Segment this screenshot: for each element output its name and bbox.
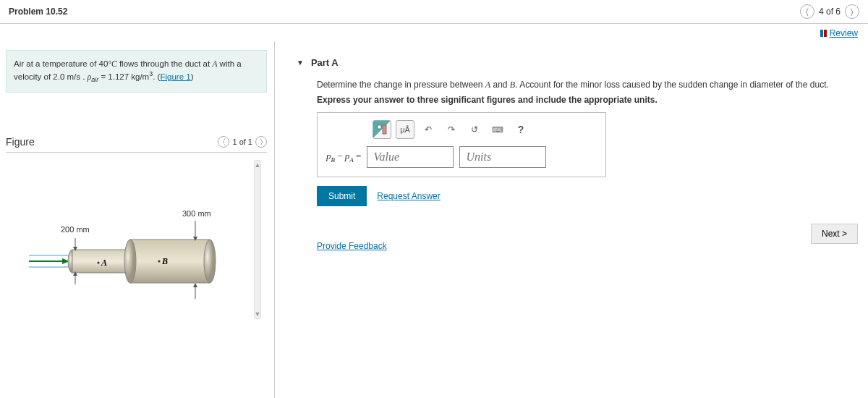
svg-rect-21 bbox=[383, 125, 386, 134]
next-problem-button[interactable]: 〉 bbox=[845, 4, 859, 19]
review-label: Review bbox=[830, 28, 858, 38]
problem-nav: 〈 4 of 6 〉 bbox=[800, 4, 859, 19]
next-button[interactable]: Next > bbox=[811, 224, 858, 244]
figure-divider bbox=[6, 152, 267, 153]
request-answer-link[interactable]: Request Answer bbox=[377, 191, 440, 201]
svg-point-9 bbox=[204, 240, 216, 283]
figure-link[interactable]: Figure 1 bbox=[160, 72, 190, 81]
scroll-up-icon[interactable]: ▲ bbox=[255, 161, 260, 169]
units-input[interactable] bbox=[459, 146, 546, 168]
keyboard-button[interactable]: ⌨ bbox=[488, 120, 507, 139]
scroll-down-icon[interactable]: ▼ bbox=[255, 310, 260, 318]
svg-point-19 bbox=[158, 260, 160, 262]
part-hint: Express your answer to three significant… bbox=[317, 95, 858, 105]
dim-200: 200 mm bbox=[61, 225, 90, 234]
problem-intro: Air at a temperature of 40°C flows throu… bbox=[6, 50, 267, 93]
redo-button[interactable]: ↷ bbox=[442, 120, 461, 139]
submit-button[interactable]: Submit bbox=[317, 186, 367, 206]
figure-nav: 〈 1 of 1 〉 bbox=[218, 136, 267, 148]
template-tool-button[interactable] bbox=[373, 120, 391, 139]
figure-counter: 1 of 1 bbox=[232, 137, 252, 146]
equation-lhs: pB − pA = bbox=[326, 151, 361, 164]
flag-icon bbox=[820, 30, 827, 37]
value-input[interactable] bbox=[367, 146, 454, 168]
svg-rect-20 bbox=[378, 125, 381, 129]
answer-area: μÅ ↶ ↷ ↺ ⌨ ? pB − pA = bbox=[317, 112, 606, 177]
svg-point-18 bbox=[97, 261, 99, 263]
part-header[interactable]: ▼ Part A bbox=[297, 48, 858, 75]
figure-prev-button[interactable]: 〈 bbox=[218, 136, 229, 148]
prev-problem-button[interactable]: 〈 bbox=[800, 4, 814, 19]
symbols-tool-button[interactable]: μÅ bbox=[396, 120, 414, 139]
svg-marker-17 bbox=[193, 283, 197, 287]
review-link[interactable]: Review bbox=[820, 28, 858, 38]
reset-button[interactable]: ↺ bbox=[465, 120, 484, 139]
part-prompt: Determine the change in pressure between… bbox=[317, 80, 858, 90]
template-icon bbox=[377, 124, 387, 135]
point-b-label: B bbox=[161, 256, 168, 266]
duct-diagram: 200 mm 300 mm A B bbox=[29, 203, 231, 305]
dim-300: 300 mm bbox=[182, 209, 211, 218]
problem-counter: 4 of 6 bbox=[819, 7, 841, 17]
problem-title: Problem 10.52 bbox=[9, 7, 67, 17]
svg-point-8 bbox=[124, 240, 136, 283]
svg-rect-7 bbox=[130, 240, 210, 283]
undo-button[interactable]: ↶ bbox=[419, 120, 438, 139]
figure-scrollbar[interactable]: ▲ ▼ bbox=[254, 160, 261, 319]
collapse-caret-icon: ▼ bbox=[297, 59, 304, 67]
figure-canvas: ▲ ▼ bbox=[0, 160, 274, 319]
figure-heading: Figure bbox=[6, 136, 35, 148]
figure-next-button[interactable]: 〉 bbox=[255, 136, 267, 148]
provide-feedback-link[interactable]: Provide Feedback bbox=[317, 241, 387, 251]
help-button[interactable]: ? bbox=[511, 120, 530, 139]
part-label: Part A bbox=[311, 57, 339, 68]
point-a-label: A bbox=[101, 258, 107, 268]
